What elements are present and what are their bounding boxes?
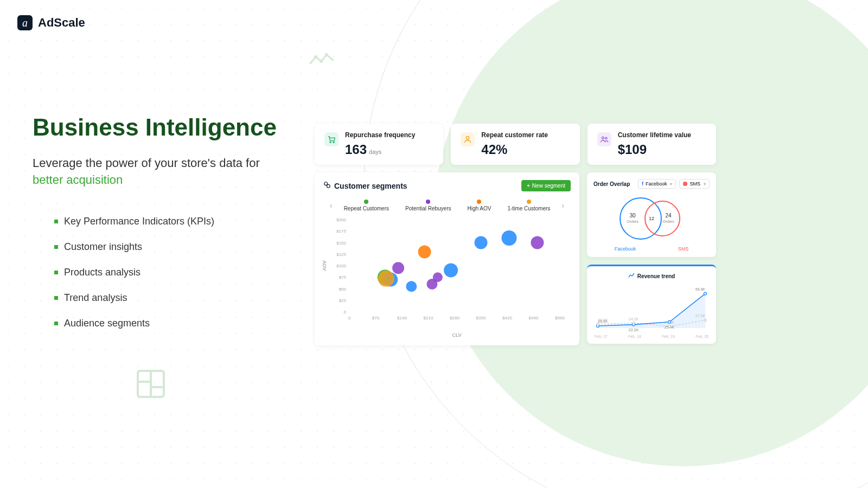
feature-item: Key Performance Indicators (KPIs) <box>33 216 293 227</box>
subtitle-prefix: Leverage the power of your store's data … <box>33 156 260 170</box>
chevron-down-icon: ▾ <box>670 182 672 187</box>
person-icon <box>461 132 475 146</box>
svg-text:Orders: Orders <box>627 220 639 223</box>
svg-text:24.2K: 24.2K <box>629 317 639 321</box>
svg-text:$350: $350 <box>476 316 486 320</box>
kpi-card-customer-lifetime-value[interactable]: Customer lifetime value $109 <box>588 124 716 165</box>
svg-text:$100: $100 <box>336 264 346 268</box>
kpi-unit: days <box>369 149 381 155</box>
subtitle-highlight: better acquisition <box>33 173 123 187</box>
svg-text:$280: $280 <box>450 316 459 320</box>
kpi-value: $109 <box>618 142 691 157</box>
svg-point-41 <box>501 230 516 246</box>
revenue-trend-card: Revenue trend 20.6K22.2K25.4K59.8K22.8K2… <box>587 265 716 344</box>
segments-icon <box>323 181 331 190</box>
feature-item: Customer insights <box>33 241 293 253</box>
svg-text:0: 0 <box>348 316 351 320</box>
svg-text:$140: $140 <box>397 316 407 320</box>
svg-point-10 <box>602 137 604 139</box>
customer-segments-card: Customer segments + New segment ‹ Repeat… <box>315 172 579 345</box>
feature-item: Products analysis <box>33 267 293 278</box>
new-segment-button[interactable]: + New segment <box>521 180 571 191</box>
kpi-label: Repurchase frequency <box>345 131 415 139</box>
svg-text:12: 12 <box>649 216 654 221</box>
svg-text:$210: $210 <box>424 316 433 320</box>
legend-item[interactable]: 1-time Customers <box>507 200 550 211</box>
svg-text:30: 30 <box>629 213 636 219</box>
trend-icon <box>628 273 635 279</box>
order-overlap-card: Order Overlap f Facebook ▾ SMS ▾ <box>587 172 716 257</box>
page-subtitle: Leverage the power of your store's data … <box>33 155 293 189</box>
venn-label-b: SMS <box>678 246 689 252</box>
logo: a AdScale <box>17 15 85 30</box>
dashboard-preview: Repurchase frequency 163days Repeat cust… <box>315 124 716 345</box>
svg-point-63 <box>668 325 671 328</box>
svg-text:$70: $70 <box>372 316 380 320</box>
chart-line-icon <box>309 52 335 70</box>
svg-point-44 <box>620 198 661 239</box>
svg-text:0: 0 <box>344 310 347 314</box>
overlap-title: Order Overlap <box>593 181 630 187</box>
overlap-filter-a[interactable]: f Facebook ▾ <box>638 179 676 189</box>
svg-point-9 <box>467 137 469 139</box>
segments-title: Customer segments <box>323 181 407 190</box>
chevron-down-icon: ▾ <box>704 182 706 187</box>
new-segment-label: New segment <box>532 183 565 189</box>
svg-point-43 <box>378 271 394 287</box>
feature-item: Trend analysis <box>33 292 293 304</box>
svg-point-42 <box>418 246 431 259</box>
x-axis-label: CLV <box>343 332 571 338</box>
svg-point-65 <box>704 319 706 321</box>
page-title: Business Intelligence <box>33 114 293 142</box>
svg-text:27.6K: 27.6K <box>695 314 706 318</box>
svg-point-12 <box>324 182 328 185</box>
legend-prev-button[interactable]: ‹ <box>328 199 335 212</box>
svg-point-0 <box>314 55 317 59</box>
svg-point-39 <box>444 264 458 278</box>
svg-point-1 <box>320 60 323 63</box>
svg-point-36 <box>531 236 544 249</box>
cart-icon <box>324 132 339 146</box>
svg-point-38 <box>406 281 417 292</box>
sms-icon <box>683 182 687 186</box>
svg-text:20.0K: 20.0K <box>665 320 675 324</box>
plus-icon: + <box>527 183 530 189</box>
svg-point-57 <box>704 292 707 295</box>
svg-text:59.8K: 59.8K <box>695 287 706 291</box>
svg-text:Orders: Orders <box>662 220 674 223</box>
svg-point-13 <box>327 184 330 188</box>
svg-text:$560: $560 <box>555 316 565 320</box>
facebook-icon: f <box>642 181 643 187</box>
svg-text:$175: $175 <box>336 229 346 234</box>
logo-badge: a <box>17 15 33 30</box>
kpi-card-repurchase-frequency[interactable]: Repurchase frequency 163days <box>315 124 443 165</box>
svg-text:$150: $150 <box>336 241 346 246</box>
legend-item[interactable]: Repeat Customers <box>344 200 389 211</box>
kpi-label: Repeat customer rate <box>481 131 548 139</box>
trend-chart: 20.6K22.2K25.4K59.8K22.8K24.2K20.0K27.6K <box>593 284 710 332</box>
logo-text: AdScale <box>38 16 85 30</box>
svg-text:$490: $490 <box>529 316 539 320</box>
svg-text:$125: $125 <box>336 252 346 257</box>
feature-list: Key Performance Indicators (KPIs) Custom… <box>33 216 293 329</box>
overlap-filter-b[interactable]: SMS ▾ <box>679 179 710 189</box>
kpi-card-repeat-customer-rate[interactable]: Repeat customer rate 42% <box>451 124 579 165</box>
svg-point-33 <box>392 262 404 274</box>
svg-point-40 <box>475 236 488 249</box>
grid-icon <box>136 369 166 401</box>
svg-text:24: 24 <box>665 213 672 219</box>
legend-next-button[interactable]: › <box>559 199 566 212</box>
svg-text:22.8K: 22.8K <box>598 318 608 322</box>
scatter-chart: 0$25$50$75$100$125$150$175$2000$70$140$2… <box>327 216 565 325</box>
legend-item[interactable]: Potential Rebuyers <box>405 200 451 211</box>
svg-point-35 <box>433 272 443 282</box>
legend-item[interactable]: High AOV <box>468 200 492 211</box>
svg-point-7 <box>330 142 331 143</box>
svg-text:$75: $75 <box>339 275 347 280</box>
svg-text:$25: $25 <box>339 298 347 303</box>
venn-label-a: Facebook <box>615 246 636 252</box>
y-axis-label: AOV <box>322 260 327 271</box>
svg-point-11 <box>605 137 607 139</box>
svg-point-61 <box>633 322 635 324</box>
venn-diagram: 30 Orders 12 24 Orders <box>611 194 692 243</box>
